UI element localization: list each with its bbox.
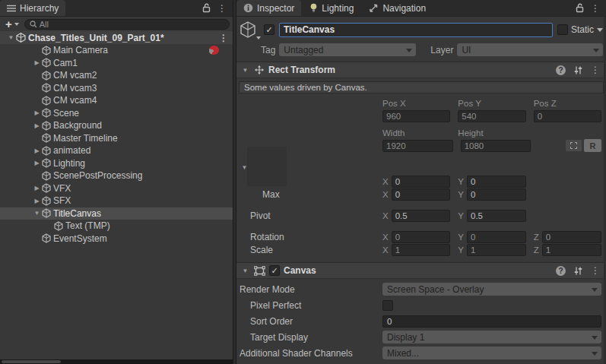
gameobject-cube-icon (42, 146, 51, 156)
foldout-expanded-icon[interactable]: ▼ (240, 267, 250, 274)
hierarchy-row[interactable]: ▶ VFX (0, 182, 233, 195)
presets-icon[interactable] (573, 65, 583, 75)
render-mode-dropdown[interactable]: Screen Space - Overlay (382, 283, 601, 296)
tab-hierarchy[interactable]: Hierarchy (0, 0, 65, 16)
kebab-menu-icon[interactable]: ⋮ (591, 65, 600, 74)
help-icon[interactable]: ? (556, 266, 566, 276)
sort-order-field[interactable]: 0 (382, 315, 601, 328)
additional-shader-channels-dropdown[interactable]: Mixed... (382, 347, 601, 359)
presets-icon[interactable] (573, 266, 583, 276)
foldout-arrow-icon[interactable]: ▶ (32, 59, 42, 66)
rotation-x-field[interactable]: 0 (392, 231, 451, 243)
hierarchy-row[interactable]: ScenePostProcessing (0, 169, 233, 182)
static-checkbox[interactable]: ✓ (557, 24, 568, 35)
gameobject-cube-icon (42, 183, 51, 193)
scale-y-field[interactable]: 1 (467, 244, 526, 256)
foldout-arrow-icon[interactable]: ▶ (32, 160, 42, 166)
raw-edit-mode-button[interactable]: R (584, 139, 601, 152)
layer-dropdown[interactable]: UI (457, 43, 603, 56)
hierarchy-row[interactable]: ▶ Cam1 (0, 57, 233, 70)
hierarchy-row[interactable]: ▶ SFX (0, 195, 233, 207)
canvas-header[interactable]: ▼ ✓ Canvas ? (236, 262, 606, 279)
hierarchy-row[interactable]: CM vcam2 (0, 69, 233, 82)
scrollbar-thumb[interactable] (2, 360, 61, 363)
scene-header-row[interactable]: ▼ Chase_Titles_Unit_09_Part_01* ⋮ (0, 31, 233, 44)
rect-transform-header[interactable]: ▼ Rect Transform ? ⋮ (236, 62, 606, 78)
add-object-button[interactable]: + (3, 18, 21, 30)
pos-x-label: Pos X (382, 99, 450, 108)
tag-dropdown[interactable]: Untagged (279, 43, 416, 56)
blueprint-mode-button[interactable] (565, 139, 582, 152)
gameobject-cube-icon[interactable] (240, 21, 259, 39)
pos-y-label: Pos Y (458, 99, 525, 108)
hierarchy-row[interactable]: Master Timeline (0, 132, 233, 145)
hierarchy-row[interactable]: ▶ Lighting (0, 157, 233, 170)
hierarchy-tree: Main Camera ▶ Cam1 CM vcam2 (0, 44, 233, 245)
static-label: Static (571, 24, 594, 35)
horizontal-scrollbar[interactable] (0, 359, 233, 364)
pivot-x-field[interactable]: 0.5 (392, 210, 451, 222)
tab-inspector[interactable]: Inspector (236, 0, 301, 16)
anchor-preview-widget[interactable] (247, 147, 287, 186)
gameobject-cube-icon (42, 108, 51, 118)
tag-value: Untagged (284, 45, 323, 55)
foldout-arrow-icon[interactable]: ▶ (32, 109, 42, 116)
gameobject-cube-icon (42, 158, 51, 168)
hierarchy-search-input[interactable]: All (24, 19, 230, 30)
kebab-menu-icon[interactable]: ⋮ (217, 4, 227, 13)
lock-icon[interactable] (202, 3, 211, 13)
sort-order-label: Sort Order (240, 316, 382, 327)
hierarchy-row[interactable]: Main Camera (0, 44, 233, 57)
scale-z-field[interactable]: 1 (542, 244, 601, 256)
lock-icon[interactable] (576, 3, 584, 13)
height-field[interactable]: 1080 (461, 140, 531, 152)
foldout-arrow-icon[interactable]: ▶ (32, 122, 42, 129)
foldout-arrow-icon[interactable]: ▶ (32, 185, 42, 191)
rotation-label: Rotation (240, 232, 382, 242)
gameobject-cube-icon (54, 221, 63, 231)
tab-lighting[interactable]: Lighting (303, 0, 360, 16)
gameobject-cube-icon (42, 71, 51, 81)
foldout-arrow-icon[interactable]: ▶ (32, 198, 42, 204)
tab-navigation[interactable]: Navigation (362, 0, 433, 16)
pivot-y-field[interactable]: 0.5 (467, 210, 526, 222)
hierarchy-row[interactable]: CM vcam4 (0, 94, 233, 107)
kebab-menu-icon[interactable]: ⋮ (219, 33, 228, 43)
hierarchy-row[interactable]: ▶ Background (0, 119, 233, 132)
anchor-min-y-field[interactable]: 0 (467, 176, 526, 188)
anchor-max-y-field[interactable]: 0 (467, 188, 526, 201)
rotation-z-field[interactable]: 0 (542, 231, 601, 243)
anchors-foldout[interactable]: ▼ Anchors (236, 161, 606, 173)
pos-z-field[interactable]: 0 (534, 110, 601, 122)
hierarchy-row[interactable]: Text (TMP) (0, 220, 233, 233)
scale-x-field[interactable]: 1 (392, 244, 451, 256)
foldout-arrow-icon[interactable]: ▶ (32, 147, 42, 154)
anchor-min-x-field[interactable]: 0 (392, 176, 451, 188)
anchor-max-x-field[interactable]: 0 (392, 188, 451, 201)
kebab-menu-icon[interactable]: ⋮ (591, 4, 600, 13)
pixel-perfect-checkbox[interactable]: ✓ (382, 300, 393, 311)
hierarchy-row[interactable]: CM vcam3 (0, 82, 233, 95)
height-label: Height (458, 128, 525, 138)
hierarchy-row[interactable]: ▶ animated (0, 144, 233, 157)
foldout-expanded-icon[interactable]: ▼ (240, 67, 250, 74)
static-dropdown-icon[interactable] (597, 28, 603, 32)
rotation-y-field[interactable]: 0 (467, 231, 526, 243)
target-display-dropdown[interactable]: Display 1 (382, 331, 601, 343)
rect-transform-tool-icon (254, 65, 265, 75)
hierarchy-row[interactable]: EventSystem (0, 233, 233, 245)
unity-editor-window: Hierarchy ⋮ + All (0, 0, 606, 364)
hierarchy-row[interactable]: ▶ Scene (0, 107, 233, 120)
pos-y-field[interactable]: 540 (458, 110, 525, 122)
foldout-expanded-icon[interactable]: ▼ (6, 34, 16, 41)
help-icon[interactable]: ? (556, 65, 566, 75)
active-checkbox[interactable]: ✓ (264, 24, 274, 35)
hierarchy-row[interactable]: ▼ TitleCanvas (0, 207, 233, 220)
pos-x-field[interactable]: 960 (382, 110, 450, 122)
gameobject-name-input[interactable]: TitleCanvas (279, 23, 553, 37)
width-field[interactable]: 1920 (382, 140, 453, 152)
canvas-enabled-checkbox[interactable]: ✓ (269, 265, 280, 276)
foldout-arrow-icon[interactable]: ▼ (32, 210, 42, 217)
kebab-menu-icon[interactable]: ⋮ (591, 266, 600, 275)
hierarchy-item-label: SFX (53, 195, 71, 206)
